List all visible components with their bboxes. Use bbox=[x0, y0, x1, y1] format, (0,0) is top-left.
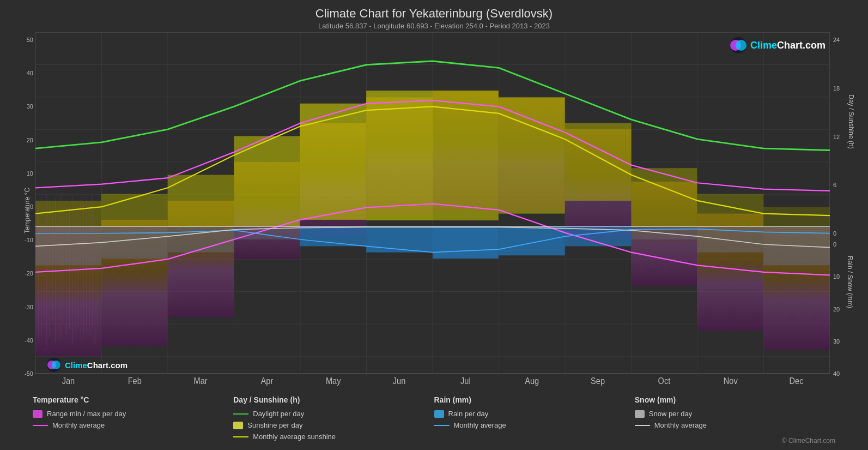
y-axis-right-label-sunshine: Day / Sunshine (h) bbox=[847, 94, 854, 148]
legend-swatch-sunshine-range bbox=[233, 422, 243, 429]
chart-title: Climate Chart for Yekaterinburg (Sverdlo… bbox=[0, 7, 868, 21]
legend-swatch-snow-avg bbox=[635, 425, 650, 426]
legend-item-snow-avg: Monthly average bbox=[635, 421, 835, 429]
logo-icon-tr bbox=[730, 37, 747, 54]
legend-title-rain: Rain (mm) bbox=[434, 395, 635, 404]
legend-label-rain-avg: Monthly average bbox=[454, 421, 506, 429]
svg-text:Dec: Dec bbox=[790, 376, 804, 386]
y-axis-left: Temperature °C 50 40 30 20 10 0 -10 -20 … bbox=[5, 32, 35, 389]
legend-label-temp-avg: Monthly average bbox=[52, 421, 105, 429]
legend-item-sunshine-avg: Monthly average sunshine bbox=[233, 433, 434, 441]
legend-title-snow: Snow (mm) bbox=[635, 395, 835, 404]
logo-text-bl: ClimeChart.com bbox=[65, 361, 128, 370]
svg-text:Sep: Sep bbox=[591, 376, 605, 386]
legend-item-sunshine-range: Sunshine per day bbox=[233, 421, 434, 429]
legend-label-sunshine-avg: Monthly average sunshine bbox=[253, 433, 336, 441]
svg-text:Jun: Jun bbox=[393, 376, 406, 386]
watermark-logo-tr: ClimeChart.com bbox=[730, 37, 825, 54]
svg-rect-44 bbox=[697, 194, 763, 227]
chart-subtitle: Latitude 56.837 - Longitude 60.693 - Ele… bbox=[0, 22, 868, 30]
svg-rect-52 bbox=[101, 226, 168, 259]
legend-sunshine: Day / Sunshine (h) Daylight per day Suns… bbox=[233, 395, 434, 445]
legend-title-temperature: Temperature °C bbox=[33, 395, 233, 404]
legend-label-temp-range: Range min / max per day bbox=[47, 410, 126, 418]
svg-text:Apr: Apr bbox=[261, 376, 274, 386]
legend-item-temp-range: Range min / max per day bbox=[33, 410, 233, 418]
logo-icon-bl bbox=[46, 357, 62, 373]
svg-rect-37 bbox=[234, 136, 300, 227]
legend-label-daylight: Daylight per day bbox=[253, 410, 304, 418]
svg-text:May: May bbox=[326, 376, 341, 386]
y-axis-left-label: Temperature °C bbox=[23, 188, 31, 233]
svg-point-119 bbox=[736, 40, 746, 51]
svg-rect-34 bbox=[35, 201, 101, 226]
svg-rect-48 bbox=[433, 226, 499, 259]
svg-text:Jan: Jan bbox=[62, 376, 75, 386]
chart-main: Jan Feb Mar Apr May Jun Jul Aug Sep Oct … bbox=[35, 32, 830, 389]
svg-rect-35 bbox=[101, 194, 168, 226]
svg-text:Nov: Nov bbox=[724, 376, 738, 386]
legend-title-sunshine: Day / Sunshine (h) bbox=[233, 395, 434, 404]
chart-header: Climate Chart for Yekaterinburg (Sverdlo… bbox=[0, 0, 868, 32]
main-container: Climate Chart for Yekaterinburg (Sverdlo… bbox=[0, 0, 868, 450]
legend-item-temp-avg: Monthly average bbox=[33, 421, 233, 429]
legend-swatch-temp-range bbox=[33, 410, 43, 418]
legend-swatch-temp-avg bbox=[33, 425, 48, 426]
legend-swatch-snow-range bbox=[635, 410, 645, 418]
svg-rect-45 bbox=[763, 207, 830, 226]
svg-rect-41 bbox=[499, 98, 565, 214]
copyright: © ClimeChart.com bbox=[635, 433, 835, 445]
legend-label-rain-range: Rain per day bbox=[448, 410, 489, 418]
svg-text:Mar: Mar bbox=[194, 376, 208, 386]
legend-temperature: Temperature °C Range min / max per day M… bbox=[33, 395, 233, 445]
legend-item-rain-range: Rain per day bbox=[434, 410, 635, 418]
legend: Temperature °C Range min / max per day M… bbox=[0, 389, 868, 450]
y-axis-right-top: 24 18 12 6 0 0 10 20 30 40 bbox=[830, 32, 852, 389]
svg-rect-49 bbox=[499, 226, 565, 255]
watermark-logo-bl: ClimeChart.com bbox=[46, 357, 128, 373]
legend-swatch-daylight bbox=[233, 413, 248, 415]
legend-swatch-sunshine-avg bbox=[233, 436, 248, 437]
chart-area: Temperature °C 50 40 30 20 10 0 -10 -20 … bbox=[0, 32, 868, 389]
legend-label-snow-range: Snow per day bbox=[649, 410, 693, 418]
svg-rect-47 bbox=[366, 226, 433, 252]
logo-text-tr: ClimeChart.com bbox=[750, 40, 825, 51]
legend-label-snow-avg: Monthly average bbox=[654, 421, 707, 429]
svg-rect-42 bbox=[565, 123, 632, 201]
legend-item-snow-range: Snow per day bbox=[635, 410, 835, 418]
svg-point-116 bbox=[52, 361, 60, 369]
legend-swatch-rain-range bbox=[434, 410, 444, 418]
legend-swatch-rain-avg bbox=[434, 425, 450, 426]
chart-svg: Jan Feb Mar Apr May Jun Jul Aug Sep Oct … bbox=[35, 32, 830, 389]
svg-text:Oct: Oct bbox=[658, 376, 671, 386]
svg-text:Aug: Aug bbox=[525, 376, 539, 386]
legend-label-sunshine-range: Sunshine per day bbox=[247, 421, 302, 429]
y-axis-right-labels: Day / Sunshine (h) Rain / Snow (mm) bbox=[852, 32, 863, 389]
svg-text:Jul: Jul bbox=[460, 376, 471, 386]
legend-item-daylight: Daylight per day bbox=[233, 410, 434, 418]
legend-rain: Rain (mm) Rain per day Monthly average bbox=[434, 395, 635, 445]
legend-item-rain-avg: Monthly average bbox=[434, 421, 635, 429]
y-axis-right-label-rain: Rain / Snow (mm) bbox=[846, 256, 854, 308]
legend-snow: Snow (mm) Snow per day Monthly average ©… bbox=[635, 395, 835, 445]
svg-text:Feb: Feb bbox=[128, 376, 142, 386]
